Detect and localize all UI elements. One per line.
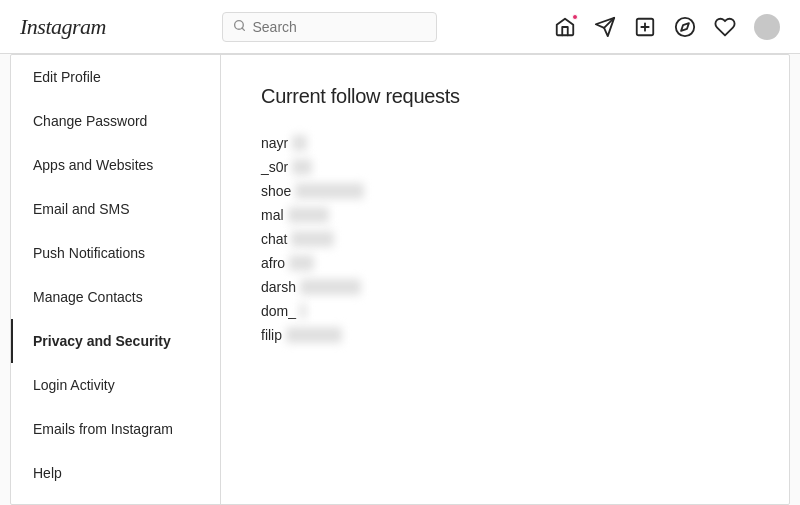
svg-point-5	[676, 17, 694, 35]
compass-icon[interactable]	[674, 16, 696, 38]
search-icon	[233, 19, 246, 35]
list-item: maliqueult	[261, 204, 749, 226]
sidebar-item-change-password[interactable]: Change Password	[11, 99, 220, 143]
list-item: filipegortford	[261, 324, 749, 346]
list-item: chatnameft	[261, 228, 749, 250]
username-hidden: an_patels	[300, 279, 361, 295]
username-visible: shoe	[261, 183, 291, 199]
heart-icon[interactable]	[714, 16, 736, 38]
search-bar[interactable]	[222, 12, 437, 42]
svg-marker-6	[681, 23, 689, 31]
svg-line-1	[242, 28, 244, 30]
username-visible: filip	[261, 327, 282, 343]
username-visible: chat	[261, 231, 287, 247]
follow-request-list: nayrac_s0rm_shoemaking101maliqueultchatn…	[261, 132, 749, 346]
list-item: afroxclo	[261, 252, 749, 274]
sidebar: Edit Profile Change Password Apps and We…	[11, 55, 221, 504]
sidebar-item-help[interactable]: Help	[11, 451, 220, 495]
direct-icon[interactable]	[594, 16, 616, 38]
search-input[interactable]	[252, 19, 426, 35]
username-hidden: nameft	[291, 231, 334, 247]
list-item: darshan_patels	[261, 276, 749, 298]
username-hidden: iqueult	[288, 207, 329, 223]
instagram-logo[interactable]: Instagram	[20, 14, 106, 40]
username-visible: _s0r	[261, 159, 288, 175]
home-icon[interactable]	[554, 16, 576, 38]
list-item: nayrac	[261, 132, 749, 154]
header: Instagram	[0, 0, 800, 54]
sidebar-item-manage-contacts[interactable]: Manage Contacts	[11, 275, 220, 319]
username-visible: dom_	[261, 303, 296, 319]
username-hidden: xclo	[289, 255, 314, 271]
username-visible: afro	[261, 255, 285, 271]
username-visible: nayr	[261, 135, 288, 151]
sidebar-item-emails-instagram[interactable]: Emails from Instagram	[11, 407, 220, 451]
sidebar-item-email-sms[interactable]: Email and SMS	[11, 187, 220, 231]
main-content: Current follow requests nayrac_s0rm_shoe…	[221, 55, 789, 504]
username-hidden: ac	[292, 135, 307, 151]
avatar[interactable]	[754, 14, 780, 40]
sidebar-item-login-activity[interactable]: Login Activity	[11, 363, 220, 407]
page-title: Current follow requests	[261, 85, 749, 108]
username-hidden: li	[300, 303, 306, 319]
sidebar-item-apps-websites[interactable]: Apps and Websites	[11, 143, 220, 187]
sidebar-item-edit-profile[interactable]: Edit Profile	[11, 55, 220, 99]
username-visible: mal	[261, 207, 284, 223]
username-hidden: egortford	[286, 327, 342, 343]
list-item: shoemaking101	[261, 180, 749, 202]
notification-dot	[572, 14, 578, 20]
username-visible: darsh	[261, 279, 296, 295]
new-post-icon[interactable]	[634, 16, 656, 38]
username-hidden: m_	[292, 159, 311, 175]
header-icons	[554, 14, 780, 40]
sidebar-item-privacy-security[interactable]: Privacy and Security	[11, 319, 220, 363]
list-item: _s0rm_	[261, 156, 749, 178]
main-layout: Edit Profile Change Password Apps and We…	[10, 54, 790, 505]
sidebar-item-push-notifications[interactable]: Push Notifications	[11, 231, 220, 275]
username-hidden: making101	[295, 183, 364, 199]
list-item: dom_li	[261, 300, 749, 322]
